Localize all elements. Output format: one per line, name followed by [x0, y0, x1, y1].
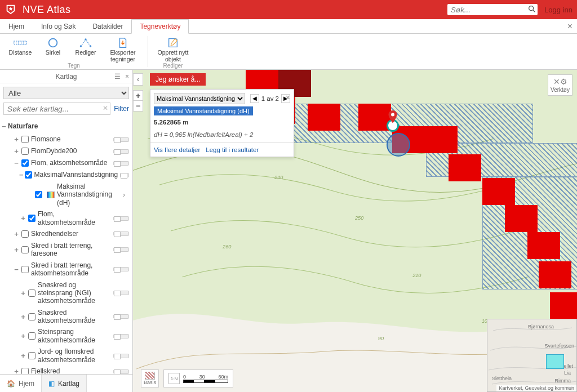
layer-checkbox[interactable]	[21, 136, 29, 143]
popup-close-icon[interactable]: ×	[286, 93, 290, 102]
opacity-slider[interactable]	[113, 231, 129, 236]
tree-row[interactable]: +Fjellskred	[0, 366, 132, 374]
tree-toggle[interactable]: +	[19, 313, 27, 321]
panel-close-icon[interactable]: ×	[125, 73, 129, 81]
zoom-in-button[interactable]: +	[134, 91, 143, 101]
collapse-sidebar-button[interactable]: ‹	[133, 73, 143, 86]
svg-text:210: 210	[412, 273, 421, 278]
tab-info-sok[interactable]: Info og Søk	[33, 19, 84, 33]
layer-checkbox[interactable]	[21, 148, 29, 155]
tree-row[interactable]: +Skredhendelser	[0, 228, 132, 240]
layer-checkbox[interactable]	[21, 230, 29, 238]
layer-checkbox[interactable]	[21, 159, 29, 167]
search-icon[interactable]	[527, 5, 536, 15]
logo: NVE Atlas	[5, 3, 71, 16]
tree-row[interactable]: +Steinsprang aktsomhetsområde	[0, 326, 132, 346]
opacity-slider[interactable]	[113, 267, 129, 271]
map[interactable]: 240250 210260 10090	[133, 70, 577, 392]
layer-checkbox[interactable]	[28, 313, 35, 320]
tree-toggle[interactable]: +	[12, 135, 20, 144]
popup-add-results-link[interactable]: Legg til i resultater	[206, 146, 259, 153]
tree-row[interactable]: +Snøskred og steinsprang (NGI) aktsomhet…	[0, 279, 132, 307]
tree-toggle[interactable]: −	[19, 171, 24, 179]
panel-menu-icon[interactable]: ☰	[114, 73, 121, 81]
opacity-slider[interactable]	[113, 291, 129, 295]
tab-tegneverktoy[interactable]: Tegneverktøy	[131, 19, 189, 34]
layer-checkbox[interactable]	[28, 352, 35, 359]
opacity-slider[interactable]	[113, 314, 129, 319]
layer-checkbox[interactable]	[35, 191, 42, 198]
tree-toggle[interactable]: −	[0, 122, 8, 131]
tree-row[interactable]: Maksimal Vannstandstigning (dH)›	[0, 181, 132, 208]
tree-row[interactable]: +Skred i bratt terreng, faresone	[0, 240, 132, 260]
opacity-slider[interactable]	[113, 216, 129, 221]
tab-hjem[interactable]: Hjem	[0, 19, 33, 33]
layer-checkbox[interactable]	[28, 289, 35, 297]
tree-row[interactable]: −Skred i bratt terreng, aktsomhetsområde	[0, 260, 132, 279]
opacity-slider[interactable]	[113, 354, 129, 358]
tree-toggle[interactable]: +	[19, 351, 27, 360]
overview-viewport[interactable]	[546, 354, 564, 369]
tools-button[interactable]: ✕⚙ Verktøy	[548, 74, 572, 96]
scale-input-icon[interactable]: 1:N	[168, 373, 180, 384]
popup-details-link[interactable]: Vis flere detaljer	[154, 146, 200, 153]
layer-checkbox[interactable]	[21, 368, 29, 374]
opacity-slider[interactable]	[120, 173, 129, 177]
layer-checkbox[interactable]	[21, 266, 29, 273]
ribbon-sirkel[interactable]: Sirkel	[37, 36, 69, 63]
tree-toggle[interactable]: +	[19, 332, 27, 340]
opacity-slider[interactable]	[113, 247, 129, 252]
tree-row[interactable]: +Flomsone	[0, 133, 132, 145]
opacity-slider[interactable]	[113, 149, 129, 154]
overview-map[interactable]: Bjørnanosa Svartefossen Litlefjellet Sle…	[487, 319, 577, 392]
layer-checkbox[interactable]	[21, 246, 29, 253]
opacity-slider[interactable]	[113, 334, 129, 338]
layer-label: Maksimal Vannstandstigning (dH)	[57, 182, 119, 207]
ribbon-eksporter[interactable]: Eksporter tegninger	[103, 36, 143, 63]
basemap-button[interactable]: Basis	[141, 369, 159, 387]
tree-row[interactable]: −Flom, aktsomhetsområde	[0, 157, 132, 169]
ruler-icon	[14, 36, 27, 50]
layer-label: Snøskred aktsomhetsområde	[38, 309, 111, 325]
tree-row[interactable]: +FlomDybde200	[0, 145, 132, 157]
bottom-tab-hjem[interactable]: 🏠 Hjem	[0, 375, 41, 393]
tree-toggle[interactable]: −	[12, 265, 20, 274]
opacity-slider[interactable]	[113, 137, 129, 142]
tree-toggle[interactable]: +	[12, 246, 20, 254]
ribbon-opprett[interactable]: Opprett nytt objekt	[153, 36, 193, 63]
pager-prev-button[interactable]: ◀	[250, 94, 259, 103]
tree-toggle[interactable]: +	[12, 230, 20, 238]
ribbon-rediger[interactable]: Rediger	[70, 36, 101, 63]
tree-toggle[interactable]: +	[12, 147, 20, 155]
tab-datakilder[interactable]: Datakilder	[84, 19, 131, 33]
tree-toggle[interactable]: +	[12, 367, 20, 374]
layer-checkbox[interactable]	[28, 215, 35, 222]
tree-toggle[interactable]: +	[19, 289, 27, 297]
popup-layer-select[interactable]: Maksimal Vannstandstigning	[154, 93, 245, 104]
clear-icon[interactable]: ✕	[103, 104, 108, 112]
ribbon-distanse[interactable]: Distanse	[5, 36, 36, 63]
i-want-to-button[interactable]: Jeg ønsker å...	[150, 73, 206, 86]
opacity-slider[interactable]	[113, 369, 129, 374]
scale-control: 1:N 0 30 60m	[163, 369, 233, 387]
chevron-right-icon[interactable]: ›	[119, 191, 129, 199]
opacity-slider[interactable]	[113, 161, 129, 166]
tree-row[interactable]: +Jord- og flomskred aktsomhetsområde	[0, 346, 132, 366]
category-select[interactable]: Alle	[3, 87, 129, 99]
tree-toggle[interactable]: −	[12, 159, 20, 167]
tree-row[interactable]: +Snøskred aktsomhetsområde	[0, 307, 132, 327]
layer-checkbox[interactable]	[28, 332, 35, 340]
bottom-tab-kartlag[interactable]: ◧ Kartlag	[41, 375, 87, 393]
layer-checkbox[interactable]	[25, 171, 32, 179]
tree-row[interactable]: −MaksimalVannstandstigning	[0, 169, 132, 181]
layer-search-input[interactable]	[3, 103, 110, 115]
tree-toggle[interactable]: +	[19, 214, 27, 222]
global-search-input[interactable]	[447, 4, 538, 15]
login-link[interactable]: Logg inn	[544, 6, 572, 14]
layer-tree[interactable]: −Naturfare+Flomsone+FlomDybde200−Flom, a…	[0, 118, 132, 374]
close-icon[interactable]: ×	[567, 21, 572, 32]
filter-link[interactable]: Filter	[114, 105, 129, 113]
zoom-out-button[interactable]: −	[134, 101, 143, 111]
tree-row[interactable]: +Flom, aktsomhetsområde	[0, 208, 132, 228]
tree-section-label: Naturfare	[8, 122, 129, 130]
